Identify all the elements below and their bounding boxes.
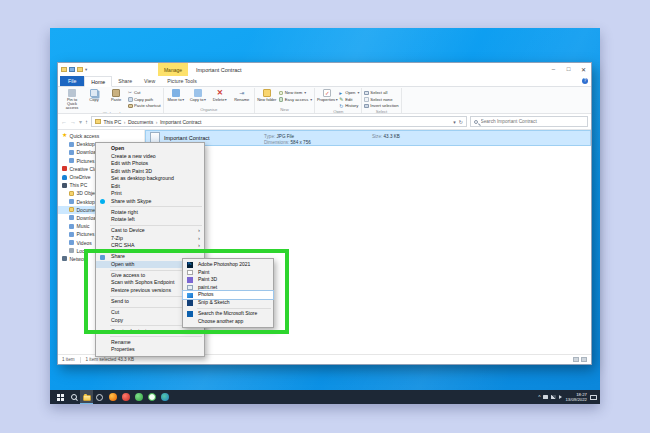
paste-shortcut-button[interactable]: Paste shortcut <box>128 103 161 109</box>
taskbar-button[interactable] <box>132 390 145 404</box>
new-folder-button[interactable]: New folder <box>257 89 277 102</box>
chevron-down-icon: ▾ <box>310 97 312 102</box>
context-menu-item[interactable]: Rotate left <box>96 216 204 224</box>
breadcrumb-segment[interactable]: Important Contract <box>160 119 201 125</box>
open-with-app-item[interactable]: paint.net <box>183 284 273 292</box>
context-menu-item[interactable]: Create a new video <box>96 153 204 161</box>
open-with-app-item[interactable]: Paint 3D <box>183 276 273 284</box>
context-menu-item[interactable]: Properties <box>96 346 204 354</box>
refresh-icon[interactable]: ↻ <box>459 119 463 125</box>
delete-button[interactable]: Delete▾ <box>210 89 230 102</box>
open-button[interactable]: Open▾ <box>339 90 359 96</box>
network-tray-icon[interactable] <box>551 395 556 399</box>
menu-item-icon <box>100 311 105 316</box>
open-with-app-item[interactable]: Adobe Photoshop 2021 <box>183 261 273 269</box>
paste-button[interactable]: Paste <box>106 89 126 102</box>
rename-button[interactable]: Rename <box>232 89 252 102</box>
menu-item-icon <box>100 288 105 293</box>
breadcrumb-segment[interactable]: Documents <box>128 119 153 125</box>
context-menu-item[interactable]: Edit with Photos <box>96 160 204 168</box>
edit-button[interactable]: Edit <box>339 97 359 103</box>
copy-button[interactable]: Copy <box>84 89 104 102</box>
quick-access-item-icon[interactable] <box>69 67 75 72</box>
menu-item-label: Copy <box>111 317 123 323</box>
context-menu-item[interactable]: Create shortcut <box>96 328 204 336</box>
quick-access-item2-icon[interactable] <box>77 67 83 72</box>
cut-button[interactable]: Cut <box>128 90 161 96</box>
new-item-button[interactable]: New item▾ <box>279 90 312 96</box>
context-menu-item[interactable]: CRC SHA <box>96 242 204 250</box>
context-menu-item[interactable]: Cast to Device <box>96 227 204 235</box>
menu-item-label: Edit with Paint 3D <box>111 168 152 174</box>
select-all-button[interactable]: Select all <box>364 90 398 96</box>
pin-to-quick-access-button[interactable]: Pin to Quick access <box>62 89 82 111</box>
forward-icon[interactable]: → <box>70 117 76 127</box>
copy-to-icon <box>194 89 202 97</box>
open-with-app-item[interactable]: Photos <box>183 291 273 299</box>
context-menu-item[interactable]: Share with Skype <box>96 198 204 206</box>
tab-picture-tools[interactable]: Picture Tools <box>161 76 203 86</box>
taskbar-button[interactable] <box>119 390 132 404</box>
taskbar-button[interactable] <box>67 390 80 404</box>
context-menu-item[interactable]: Edit with Paint 3D <box>96 168 204 176</box>
rename-icon <box>238 89 246 97</box>
help-icon[interactable]: ? <box>582 78 588 84</box>
taskbar-button[interactable] <box>80 390 93 404</box>
window-controls: – □ ✕ <box>546 63 591 75</box>
tray-expand-chevron-icon[interactable]: ^ <box>538 395 540 400</box>
open-with-app-item[interactable]: Choose another app <box>183 318 273 326</box>
maximize-button[interactable]: □ <box>561 63 576 75</box>
close-button[interactable]: ✕ <box>576 63 591 75</box>
touch-keyboard-icon[interactable] <box>590 395 597 400</box>
tab-home[interactable]: Home <box>84 76 112 87</box>
app-label: paint.net <box>198 284 217 290</box>
minimize-button[interactable]: – <box>546 63 561 75</box>
menu-item-icon <box>100 329 105 334</box>
open-with-app-item[interactable]: Paint <box>183 269 273 277</box>
volume-tray-icon[interactable] <box>559 395 562 399</box>
open-with-app-item[interactable]: Snip & Sketch <box>183 299 273 307</box>
move-to-button[interactable]: Move to▾ <box>166 89 186 102</box>
history-dropdown-icon[interactable]: ▾ <box>79 117 82 127</box>
taskbar-button[interactable] <box>93 390 106 404</box>
system-tray: ^ 18:27 13/09/2022 <box>538 392 600 402</box>
file-row[interactable]: Important Contract Type: JPG File Dimens… <box>145 130 591 146</box>
context-menu-item[interactable]: Edit <box>96 183 204 191</box>
context-menu-item[interactable]: Rename <box>96 339 204 347</box>
breadcrumb[interactable]: This PC › Documents › Important Contract… <box>91 116 467 127</box>
customize-qat-chevron-icon[interactable]: ▾ <box>85 67 87 72</box>
onedrive-tray-icon[interactable] <box>543 395 548 399</box>
breadcrumb-segment[interactable]: This PC <box>104 119 122 125</box>
address-dropdown-icon[interactable]: ▾ <box>453 119 456 125</box>
menu-item-label: Set as desktop background <box>111 175 174 181</box>
context-menu-item[interactable]: Open <box>96 145 204 153</box>
view-thumbnails-icon[interactable] <box>581 357 587 362</box>
tab-view[interactable]: View <box>138 76 161 86</box>
menu-item-icon <box>100 184 105 189</box>
context-menu-item[interactable]: Rotate right <box>96 209 204 217</box>
view-details-icon[interactable] <box>573 357 579 362</box>
tab-share[interactable]: Share <box>112 76 138 86</box>
tab-file[interactable]: File <box>60 76 84 86</box>
context-menu-item[interactable]: 7-Zip <box>96 235 204 243</box>
back-icon[interactable]: ← <box>61 117 67 127</box>
taskbar-button[interactable] <box>158 390 171 404</box>
cut-icon <box>128 91 133 96</box>
taskbar-button[interactable] <box>54 390 67 404</box>
search-input[interactable] <box>481 119 585 124</box>
taskbar-button[interactable] <box>106 390 119 404</box>
open-with-app-item[interactable]: Search the Microsoft Store <box>183 310 273 318</box>
sidebar-item-label: Desktop <box>77 199 95 205</box>
easy-access-button[interactable]: Easy access▾ <box>279 97 312 103</box>
copy-to-button[interactable]: Copy to▾ <box>188 89 208 102</box>
copy-path-button[interactable]: Copy path <box>128 97 161 103</box>
up-icon[interactable]: ↑ <box>85 117 88 127</box>
context-menu-item[interactable]: Set as desktop background <box>96 175 204 183</box>
context-menu-item[interactable]: Print <box>96 190 204 198</box>
ribbon: Pin to Quick access Copy Paste Cut Copy … <box>58 87 591 114</box>
select-none-button[interactable]: Select none <box>364 97 398 103</box>
taskbar-clock[interactable]: 18:27 13/09/2022 <box>565 392 587 402</box>
taskbar-button[interactable] <box>145 390 158 404</box>
sidebar-item[interactable]: Quick access <box>58 132 144 140</box>
properties-button[interactable]: Properties▾ <box>317 89 337 102</box>
